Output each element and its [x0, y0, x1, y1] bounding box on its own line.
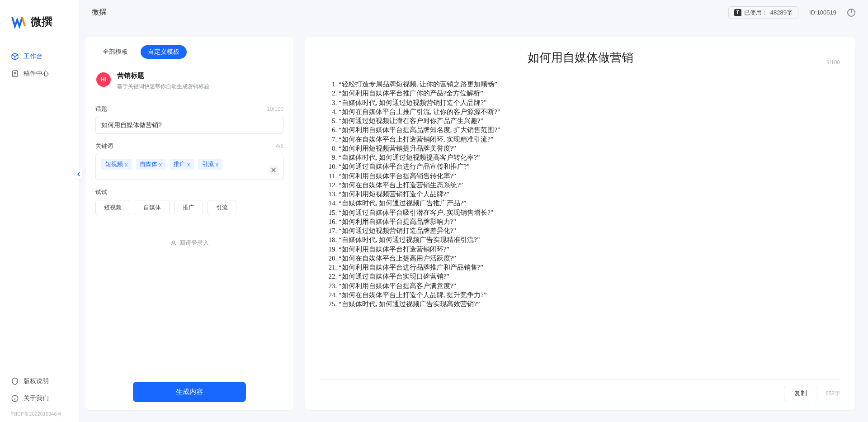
result-item: “如何利用自媒体平台提高品牌影响力?”: [339, 217, 840, 226]
result-item: “自媒体时代, 如何通过短视频营销打造个人品牌?”: [339, 98, 840, 107]
result-item: “如何通过自媒体平台吸引潜在客户, 实现销售增长?”: [339, 208, 840, 217]
info-icon: [11, 394, 19, 403]
nav-label: 关于我们: [24, 394, 49, 403]
try-suggestion[interactable]: 推广: [174, 200, 203, 215]
logo-text: 微撰: [31, 14, 52, 29]
result-item: “如何利用自媒体平台打造营销闭环?”: [339, 245, 840, 254]
nav-drafts[interactable]: 稿件中心: [5, 65, 74, 82]
topic-label: 话题: [95, 105, 107, 113]
result-item: “如何通过自媒体平台实现口碑营销?”: [339, 272, 840, 281]
document-icon: [11, 70, 19, 78]
keywords-input[interactable]: 短视频 x自媒体 x推广 x引流 x: [95, 154, 283, 180]
power-icon[interactable]: [847, 9, 855, 17]
cube-icon: [11, 52, 19, 61]
result-item: “如何通过短视频让潜在客户对你产品产生兴趣?”: [339, 116, 840, 125]
nav-workbench[interactable]: 工作台: [5, 48, 74, 65]
try-suggestion[interactable]: 自媒体: [135, 200, 170, 215]
output-title-counter: 9/100: [826, 59, 840, 66]
result-item: “如何通过短视频营销打造品牌差异化?”: [339, 226, 840, 235]
keyword-tag[interactable]: 推广 x: [170, 159, 194, 170]
sidebar-collapse[interactable]: [75, 170, 82, 179]
nav-label: 版权说明: [24, 377, 49, 385]
template-name: 营销标题: [117, 71, 209, 80]
keyword-tag[interactable]: 短视频 x: [101, 159, 132, 170]
nav-label: 工作台: [24, 52, 42, 61]
result-item: “如何利用自媒体平台提高销售转化率?”: [339, 171, 840, 180]
topic-field: 话题 10/100: [95, 105, 283, 134]
template-header: Hi 营销标题 基于关键词快速帮你自动生成营销标题: [95, 70, 283, 92]
topic-counter: 10/100: [267, 106, 283, 112]
tab-custom[interactable]: 自定义模板: [141, 45, 187, 59]
topic-input[interactable]: [95, 117, 283, 134]
result-item: “如何利用自媒体平台推广你的产品?全方位解析”: [339, 89, 840, 98]
keywords-counter: 4/6: [276, 143, 283, 149]
remove-tag-icon[interactable]: x: [187, 161, 190, 168]
template-tabs: 全部模板 自定义模板: [95, 45, 283, 59]
topbar: 微撰 T 已使用： 48289字 ID:100519: [79, 0, 868, 25]
nav-copyright[interactable]: 版权说明: [5, 373, 74, 390]
keywords-field: 关键词 4/6 短视频 x自媒体 x推广 x引流 x: [95, 142, 283, 180]
nav-label: 稿件中心: [24, 70, 49, 78]
user-icon: [170, 240, 177, 246]
generate-button[interactable]: 生成内容: [133, 382, 246, 402]
sidebar-footer: 版权说明 关于我们: [0, 373, 79, 407]
nav-about[interactable]: 关于我们: [5, 390, 74, 407]
svg-point-2: [172, 241, 175, 243]
user-id: ID:100519: [809, 9, 836, 16]
try-field: 试试 短视频自媒体推广引流: [95, 188, 283, 215]
usage-label: 已使用：: [744, 9, 768, 17]
nav: 工作台 稿件中心: [0, 48, 79, 373]
result-item: “如何利用自媒体平台提高客户满意度?”: [339, 281, 840, 290]
result-item: “如何在自媒体平台上提高用户活跃度?”: [339, 254, 840, 263]
result-item: “如何利用短视频营销打造个人品牌?”: [339, 190, 840, 199]
result-item: “如何通过自媒体平台进行产品宣传和推广?”: [339, 162, 840, 171]
remove-tag-icon[interactable]: x: [125, 161, 128, 168]
result-item: “如何在自媒体平台上推广引流, 让你的客户源源不断?”: [339, 107, 840, 116]
login-hint-text: 回请登录入: [179, 239, 209, 247]
right-panel: 如何用自媒体做营销 9/100 “轻松打造专属品牌短视频, 让你的营销之路更加顺…: [305, 37, 855, 410]
result-item: “如何利用自媒体平台提高品牌知名度, 扩大销售范围?”: [339, 125, 840, 134]
output-char-count: 658字: [826, 390, 840, 398]
result-item: “如何在自媒体平台上打造个人品牌, 提升竞争力?”: [339, 290, 840, 299]
remove-tag-icon[interactable]: x: [216, 161, 219, 168]
result-item: “轻松打造专属品牌短视频, 让你的营销之路更加顺畅”: [339, 80, 840, 89]
result-item: “自媒体时代, 如何通过视频广告推广产品?”: [339, 199, 840, 208]
remove-tag-icon[interactable]: x: [159, 161, 162, 168]
result-item: “如何在自媒体平台上打造营销闭环, 实现精准引流?”: [339, 135, 840, 144]
output-footer: 复制 658字: [321, 379, 840, 401]
template-desc: 基于关键词快速帮你自动生成营销标题: [117, 83, 209, 90]
try-label: 试试: [95, 188, 107, 196]
output-title: 如何用自媒体做营销: [528, 51, 633, 64]
keywords-label: 关键词: [95, 142, 113, 150]
keyword-tag[interactable]: 自媒体 x: [136, 159, 166, 170]
usage-badge[interactable]: T 已使用： 48289字: [728, 6, 798, 19]
output-results: “轻松打造专属品牌短视频, 让你的营销之路更加顺畅”“如何利用自媒体平台推广你的…: [321, 80, 840, 379]
result-item: “如何在自媒体平台上打造营销生态系统?”: [339, 180, 840, 190]
try-suggestion[interactable]: 引流: [208, 200, 236, 215]
result-item: “自媒体时代, 如何通过视频广告实现精准引流?”: [339, 235, 840, 244]
sidebar: 微撰 工作台 稿件中心 版权说明 关于我们 鄂ICP备2022016946号: [0, 0, 79, 422]
result-item: “自媒体时代, 如何通过视频广告实现高效营销?”: [339, 299, 840, 308]
shield-icon: [11, 377, 19, 385]
logo-icon: [11, 14, 27, 30]
divider: [321, 74, 840, 74]
clear-tags-button[interactable]: [269, 165, 278, 175]
icp-text: 鄂ICP备2022016946号: [0, 407, 79, 417]
left-panel: 全部模板 自定义模板 Hi 营销标题 基于关键词快速帮你自动生成营销标题 话题 …: [85, 37, 293, 410]
hi-icon: Hi: [96, 72, 111, 87]
keyword-tag[interactable]: 引流 x: [198, 159, 223, 170]
result-item: “如何利用短视频营销提升品牌美誉度?”: [339, 144, 840, 153]
tab-all[interactable]: 全部模板: [95, 45, 135, 59]
usage-value: 48289字: [770, 9, 793, 17]
result-item: “自媒体时代, 如何通过短视频提高客户转化率?”: [339, 153, 840, 162]
result-item: “如何利用自媒体平台进行品牌推广和产品销售?”: [339, 263, 840, 272]
logo: 微撰: [0, 14, 79, 48]
login-hint[interactable]: 回请登录入: [95, 239, 283, 247]
copy-button[interactable]: 复制: [784, 386, 817, 401]
try-suggestion[interactable]: 短视频: [95, 200, 130, 215]
text-icon: T: [734, 9, 741, 16]
page-title: 微撰: [92, 8, 106, 17]
